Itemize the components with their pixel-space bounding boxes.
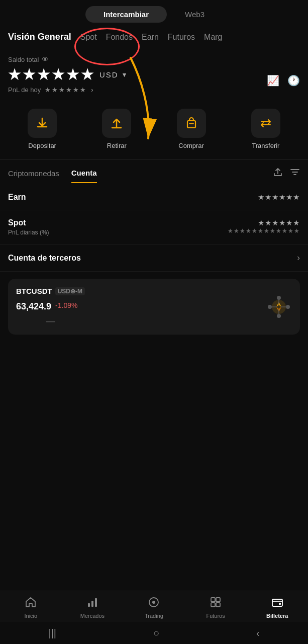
filter-icon[interactable] [290,167,300,180]
third-party-chevron-icon: › [297,253,300,263]
svg-rect-12 [88,603,90,607]
btc-logo-icon [266,294,292,320]
withdraw-icon [102,109,131,138]
history-icon[interactable]: 🕐 [287,74,300,87]
svg-point-5 [286,305,290,309]
nav-trading-label: Trading [145,613,163,619]
nav-futuros-label: Futuros [206,613,225,619]
withdraw-label: Retirar [107,142,127,149]
nav-tab-vision-general[interactable]: Visión General [8,32,71,46]
export-icon[interactable] [273,167,283,180]
btc-change: -1.09% [55,301,77,309]
currency-label[interactable]: USD [99,70,119,79]
balance-action-icons: 📈 🕐 [267,74,300,87]
svg-point-16 [152,601,155,604]
nav-tab-earn[interactable]: Earn [142,33,159,46]
deposit-label: Depositar [28,142,56,149]
transfer-label: Transferir [252,142,279,149]
balance-section: Saldo total 👁 ★★★★★★ USD ▾ PnL de hoy ★★… [0,46,308,99]
markets-icon [86,596,98,611]
futures-icon [210,596,222,611]
buy-icon [177,109,206,138]
pnl-row: PnL de hoy ★★★★★★ › [8,86,300,94]
recent-apps-icon[interactable]: ||| [48,627,56,639]
transfer-button[interactable]: Transferir [251,109,280,149]
spot-pnl-value: ★★★★★★★★★★★★ [228,227,300,234]
svg-point-7 [277,314,281,318]
sub-tab-cuenta[interactable]: Cuenta [71,169,97,183]
nav-tab-bar: Visión General Spot Fondos Earn Futuros … [0,27,308,46]
home-system-icon[interactable]: ○ [153,627,159,639]
nav-inicio-label: Inicio [24,613,37,619]
nav-billetera-label: Billetera [266,613,288,619]
sub-tab-icons [273,167,300,185]
svg-rect-19 [211,603,215,607]
btc-market-label: USD⊛-M [55,287,85,295]
svg-rect-18 [216,598,220,602]
btc-card[interactable]: BTCUSDT USD⊛-M 63,424.9 -1.09% — [8,279,300,335]
btc-dash: — [16,316,85,327]
deposit-icon [28,109,57,138]
spot-label: Spot [8,218,49,227]
third-party-item[interactable]: Cuenta de terceros › [0,245,308,272]
nav-tab-futuros[interactable]: Futuros [168,33,195,46]
tab-web3[interactable]: Web3 [167,6,223,23]
earn-account-item: Earn ★★★★★★ [0,185,308,210]
svg-point-4 [268,305,272,309]
svg-point-6 [277,296,281,300]
btc-price: 63,424.9 [16,301,51,312]
sub-tab-bar: Criptomonedas Cuenta [0,160,308,185]
svg-rect-20 [216,603,220,607]
tab-intercambiar[interactable]: Intercambiar [85,6,167,23]
nav-trading[interactable]: Trading [139,596,169,619]
action-buttons-row: Depositar Retirar Comprar Transferi [0,99,308,159]
spot-account-item: Spot PnL diarias (%) ★★★★★★ ★★★★★★★★★★★★ [0,210,308,245]
btc-pair: BTCUSDT USD⊛-M [16,287,85,295]
deposit-button[interactable]: Depositar [28,109,57,149]
spot-pnl-label: PnL diarias (%) [8,229,49,236]
svg-rect-21 [272,599,282,606]
earn-label: Earn [8,193,26,202]
nav-tab-marg[interactable]: Marg [204,33,222,46]
top-tab-bar: Intercambiar Web3 [0,0,308,27]
buy-button[interactable]: Comprar [177,109,206,149]
nav-inicio[interactable]: Inicio [16,596,46,619]
earn-value: ★★★★★★ [258,193,300,202]
nav-mercados[interactable]: Mercados [77,596,108,619]
home-icon [25,596,37,611]
eye-icon[interactable]: 👁 [42,55,49,63]
chart-icon[interactable]: 📈 [267,74,279,87]
bottom-nav: Inicio Mercados Trading [0,591,308,622]
buy-label: Comprar [178,142,204,149]
third-party-label: Cuenta de terceros [8,254,81,263]
svg-rect-14 [95,598,97,607]
nav-billetera[interactable]: Billetera [262,596,292,619]
nav-futuros[interactable]: Futuros [200,596,231,619]
spot-value: ★★★★★★ [228,218,300,227]
svg-rect-13 [91,601,93,607]
nav-tab-fondos[interactable]: Fondos [106,33,133,46]
balance-amount: ★★★★★★ USD ▾ [8,66,300,83]
back-icon[interactable]: ‹ [256,627,260,639]
wallet-icon [271,596,283,611]
pnl-chevron[interactable]: › [91,86,93,94]
system-bar: ||| ○ ‹ [0,622,308,644]
nav-tab-spot[interactable]: Spot [80,33,97,46]
svg-rect-22 [279,603,281,605]
balance-label: Saldo total 👁 [8,55,300,63]
transfer-icon [251,109,280,138]
withdraw-button[interactable]: Retirar [102,109,131,149]
svg-rect-17 [211,598,215,602]
nav-mercados-label: Mercados [80,613,105,619]
currency-dropdown-icon[interactable]: ▾ [123,71,127,78]
sub-tab-crypto[interactable]: Criptomonedas [8,169,59,183]
trading-icon [148,596,160,611]
